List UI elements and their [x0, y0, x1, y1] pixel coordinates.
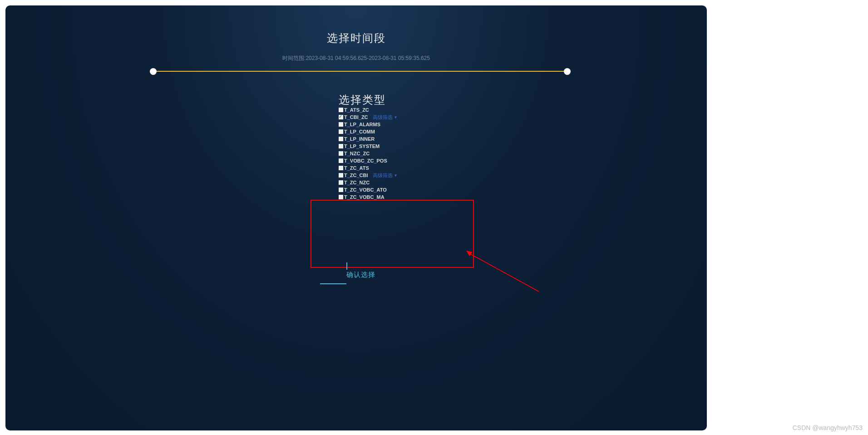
chevron-down-icon: ▼ — [394, 115, 398, 119]
slider-handle-end[interactable] — [564, 68, 571, 75]
type-item: T_ZC_ATS — [339, 164, 397, 172]
type-item: T_CBI_ZC高级筛选▼ — [339, 114, 397, 121]
type-label[interactable]: T_ZC_CBI — [344, 173, 368, 178]
type-label[interactable]: T_ZC_ATS — [344, 165, 369, 171]
type-label[interactable]: T_LP_COMM — [344, 129, 375, 134]
type-checkbox[interactable] — [339, 144, 343, 148]
type-checkbox[interactable] — [339, 188, 343, 192]
time-section-title: 选择时间段 — [5, 31, 707, 45]
type-checkbox[interactable] — [339, 151, 343, 156]
type-item: T_NZC_ZC — [339, 150, 397, 157]
type-item: T_LP_COMM — [339, 128, 397, 135]
advanced-filter-label: 高级筛选 — [373, 114, 393, 121]
chevron-down-icon: ▼ — [394, 173, 398, 178]
type-item: T_ZC_CBI高级筛选▼ — [339, 172, 397, 179]
slider-track — [153, 71, 567, 72]
main-panel: 选择时间段 时间范围:2023-08-31 04:59:56.625-2023-… — [5, 5, 707, 430]
type-item: T_LP_SYSTEM — [339, 143, 397, 150]
type-item: T_VOBC_ZC_POS — [339, 157, 397, 164]
type-item: T_LP_ALARMS — [339, 121, 397, 128]
type-checkbox[interactable] — [339, 173, 343, 178]
advanced-filter-link[interactable]: 高级筛选▼ — [373, 114, 398, 121]
time-range-display: 时间范围:2023-08-31 04:59:56.625-2023-08-31 … — [5, 54, 707, 62]
type-list: T_ATS_ZCT_CBI_ZC高级筛选▼T_LP_ALARMST_LP_COM… — [339, 106, 397, 201]
type-label[interactable]: T_ZC_VOBC_ATO — [344, 187, 387, 193]
type-checkbox[interactable] — [339, 166, 343, 170]
time-range-slider[interactable] — [150, 68, 571, 74]
svg-marker-1 — [466, 251, 473, 256]
confirm-button[interactable]: 确认选择 — [320, 262, 402, 284]
type-item: T_ATS_ZC — [339, 106, 397, 114]
slider-handle-start[interactable] — [150, 68, 157, 75]
type-label[interactable]: T_ATS_ZC — [344, 107, 369, 113]
annotation-red-box — [311, 200, 474, 268]
type-checkbox[interactable] — [339, 195, 343, 199]
type-label[interactable]: T_ZC_NZC — [344, 180, 370, 185]
confirm-decoration-bottom — [320, 283, 346, 284]
advanced-filter-link[interactable]: 高级筛选▼ — [373, 172, 398, 179]
type-label[interactable]: T_LP_SYSTEM — [344, 143, 380, 149]
type-label[interactable]: T_CBI_ZC — [344, 114, 368, 120]
watermark-text: CSDN @wangyhwyh753 — [793, 424, 863, 431]
type-checkbox[interactable] — [339, 180, 343, 185]
type-label[interactable]: T_ZC_VOBC_MA — [344, 194, 385, 200]
type-checkbox[interactable] — [339, 129, 343, 134]
type-checkbox[interactable] — [339, 122, 343, 127]
type-item: T_ZC_VOBC_ATO — [339, 186, 397, 193]
type-item: T_ZC_NZC — [339, 179, 397, 186]
svg-line-0 — [469, 253, 539, 292]
type-label[interactable]: T_LP_INNER — [344, 136, 375, 142]
type-checkbox[interactable] — [339, 115, 343, 119]
type-label[interactable]: T_LP_ALARMS — [344, 122, 380, 127]
type-checkbox[interactable] — [339, 108, 343, 112]
type-label[interactable]: T_VOBC_ZC_POS — [344, 158, 387, 163]
type-label[interactable]: T_NZC_ZC — [344, 151, 370, 156]
advanced-filter-label: 高级筛选 — [373, 172, 393, 179]
type-item: T_LP_INNER — [339, 135, 397, 143]
confirm-button-container: 确认选择 — [320, 262, 402, 284]
type-item: T_ZC_VOBC_MA — [339, 193, 397, 201]
type-section-title: 选择类型 — [339, 93, 386, 107]
type-checkbox[interactable] — [339, 158, 343, 163]
type-checkbox[interactable] — [339, 137, 343, 141]
annotation-arrow-icon — [466, 251, 541, 294]
